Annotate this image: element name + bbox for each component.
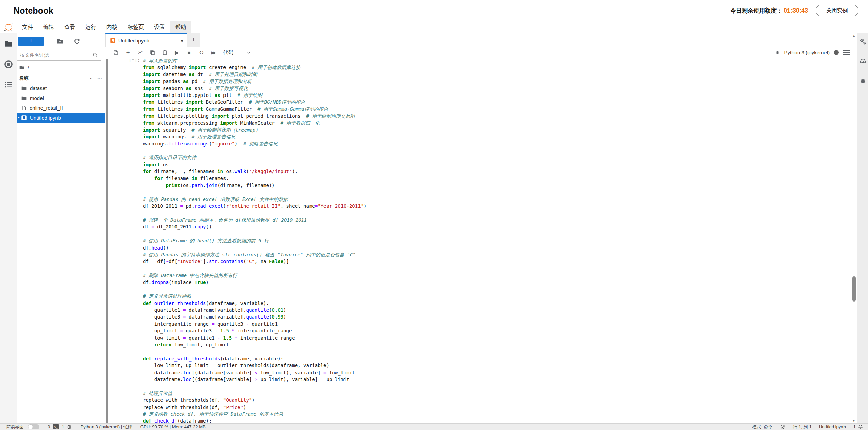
right-sidebar — [857, 33, 868, 423]
status-bar: 简易界面 0 $_ 1 Python 3 (ipykernel) | 忙碌 CP… — [0, 423, 868, 430]
code-line: low_limit = quartile1 - 1.5 * interquant… — [143, 334, 367, 341]
running-sessions-icon[interactable] — [3, 58, 14, 70]
restart-kernel-icon[interactable]: ↻ — [195, 48, 207, 57]
tab-modified-dot-icon[interactable]: ● — [181, 38, 183, 43]
stop-kernel-icon[interactable]: ■ — [183, 48, 195, 57]
menu-item-标签页[interactable]: 标签页 — [122, 21, 149, 33]
running-dot-icon: • — [18, 115, 20, 120]
property-inspector-gears-icon[interactable] — [859, 37, 867, 46]
trust-shield-icon[interactable] — [780, 424, 785, 430]
code-line: interquantile_range = quartile3 - quarti… — [143, 321, 367, 327]
code-line: import os — [143, 161, 367, 168]
terminal-icon: $_ — [53, 424, 59, 429]
simple-mode-label: 简易界面 — [6, 424, 24, 430]
menu-item-查看[interactable]: 查看 — [59, 21, 80, 33]
menu-item-运行[interactable]: 运行 — [80, 21, 101, 33]
new-launcher-button[interactable]: + — [18, 37, 44, 46]
debugger-bug-icon[interactable] — [774, 50, 780, 55]
table-of-contents-icon[interactable] — [3, 79, 14, 90]
cell-type-dropdown[interactable]: 代码 — [223, 49, 251, 56]
code-line: from lifetimes.plotting import plot_peri… — [143, 113, 367, 119]
run-cell-icon[interactable]: ▶ — [171, 48, 183, 57]
cell-execution-prompt: [*]: — [110, 59, 140, 63]
code-line: import squarify # 用于绘制树状图（treemap） — [143, 126, 367, 133]
dashboard-gauge-icon[interactable] — [859, 57, 867, 65]
file-row-Untitled.ipynb[interactable]: •Untitled.ipynb — [17, 113, 105, 123]
file-row-online_retail_II[interactable]: online_retail_II — [17, 103, 105, 113]
file-filter-field[interactable] — [17, 50, 101, 61]
file-list-header[interactable]: 名称 ▲ ⋯ — [17, 73, 105, 83]
code-line: for dirname, _, filenames in os.walk('/k… — [143, 168, 367, 175]
debugger-sidebar-bug-icon[interactable] — [859, 77, 867, 85]
paste-cell-icon[interactable] — [158, 48, 171, 57]
simple-mode-toggle[interactable] — [28, 424, 39, 429]
code-line: # 创建一个 DataFrame 的副本，命名为 df保留原始数据 df_201… — [143, 217, 367, 223]
restart-run-all-icon[interactable]: ▶▶ — [207, 48, 220, 57]
menu-bar-items: 文件编辑查看运行内核标签页设置帮助 — [17, 21, 191, 33]
new-folder-icon[interactable] — [54, 37, 66, 46]
menu-item-编辑[interactable]: 编辑 — [38, 21, 59, 33]
name-column-header[interactable]: 名称 — [19, 75, 29, 81]
file-browser-tab-icon[interactable] — [3, 38, 14, 50]
command-mode-indicator[interactable]: 模式: 命令 — [752, 424, 772, 430]
statusbar-filename: Untitled.ipynb — [819, 424, 846, 429]
top-header: Notebook 今日剩余使用额度：01:30:43 关闭实例 — [0, 0, 868, 21]
kernel-name[interactable]: Python 3 (ipykernel) — [784, 50, 830, 55]
code-line: print(os.path.join(dirname, filename)) — [143, 182, 367, 189]
code-line: import warnings # 用于处理警告信息 — [143, 133, 367, 140]
code-line: df.head() — [143, 244, 367, 251]
breadcrumb-root[interactable]: / — [28, 65, 29, 70]
vertical-scrollbar[interactable]: ▲ ▼ — [851, 33, 857, 423]
notebook-toolbar: + ✂ ▶ ■ ↻ ▶▶ 代码 — [105, 47, 857, 58]
sort-caret-icon: ▲ — [89, 76, 93, 80]
close-instance-button[interactable]: 关闭实例 — [816, 5, 858, 16]
save-icon[interactable] — [110, 48, 122, 57]
breadcrumb[interactable]: / — [17, 61, 105, 73]
code-line: df_2010_2011 = pd.read_excel(r"online_re… — [143, 203, 367, 209]
menu-item-帮助[interactable]: 帮助 — [170, 21, 191, 33]
jupyterlab-window: Notebook 今日剩余使用额度：01:30:43 关闭实例 文件编辑查看运行… — [0, 0, 868, 430]
tab-untitled-ipynb[interactable]: Untitled.ipynb ● — [105, 33, 187, 47]
file-filter-input[interactable] — [20, 52, 92, 58]
code-line — [143, 210, 367, 217]
kernel-status[interactable]: Python 3 (ipykernel) | 忙碌 — [80, 424, 132, 430]
file-name: dataset — [30, 85, 47, 91]
code-line: import datetime as dt # 用于处理日期和时间 — [143, 71, 367, 78]
resource-usage: CPU: 99.70 % | Mem: 447.22 MB — [140, 424, 206, 429]
cut-cell-icon[interactable]: ✂ — [134, 48, 146, 57]
menu-item-设置[interactable]: 设置 — [149, 21, 170, 33]
code-editor[interactable]: # 导入所需的库from sqlalchemy import create_en… — [143, 59, 367, 423]
scroll-up-icon[interactable]: ▲ — [852, 34, 855, 37]
code-line: warnings.filterwarnings("ignore") # 忽略警告… — [143, 140, 367, 147]
scroll-down-icon[interactable]: ▼ — [852, 419, 855, 423]
cursor-position[interactable]: 行 1, 列 1 — [793, 424, 812, 430]
toolbar-menu-icon[interactable] — [843, 50, 850, 55]
copy-cell-icon[interactable] — [146, 48, 158, 57]
code-line: # 使用 DataFrame 的 head() 方法查看数据的前 5 行 — [143, 237, 367, 244]
notebook-content[interactable]: [*]: # 导入所需的库from sqlalchemy import crea… — [105, 59, 857, 423]
activity-bar — [0, 33, 17, 423]
menu-bar: 文件编辑查看运行内核标签页设置帮助 — [0, 21, 868, 33]
code-line: dataframe.loc[(dataframe[variable] < low… — [143, 369, 367, 376]
scrollbar-thumb[interactable] — [852, 276, 856, 302]
code-line — [143, 147, 367, 154]
code-line: # 使用 Pandas 的字符串操作方法 str.contains() 检查 "… — [143, 251, 367, 258]
code-line: replace_with_thresholds(df, "Quantity") — [143, 397, 367, 403]
menu-item-文件[interactable]: 文件 — [17, 21, 38, 33]
code-line: from lifetimes import GammaGammaFitter #… — [143, 106, 367, 113]
code-line: low_limit, up_limit = outlier_thresholds… — [143, 362, 367, 369]
menu-item-内核[interactable]: 内核 — [101, 21, 122, 33]
file-row-model[interactable]: model — [17, 93, 105, 103]
kernel-busy-indicator — [834, 50, 839, 55]
file-row-dataset[interactable]: dataset — [17, 83, 105, 93]
new-tab-button[interactable]: + — [187, 33, 200, 47]
code-line: # 定义函数 check_df, 用于快速检查 DataFrame 的基本信息 — [143, 411, 367, 417]
bell-icon[interactable] — [858, 424, 863, 430]
cell-collapser[interactable] — [106, 59, 108, 423]
page-title: Notebook — [14, 6, 53, 16]
code-line: # 删除 DataFrame 中包含缺失值的所有行 — [143, 272, 367, 279]
ellipsis-icon: ⋯ — [97, 75, 102, 81]
refresh-icon[interactable] — [71, 37, 83, 46]
search-icon — [92, 52, 98, 58]
insert-cell-icon[interactable]: + — [122, 48, 134, 57]
